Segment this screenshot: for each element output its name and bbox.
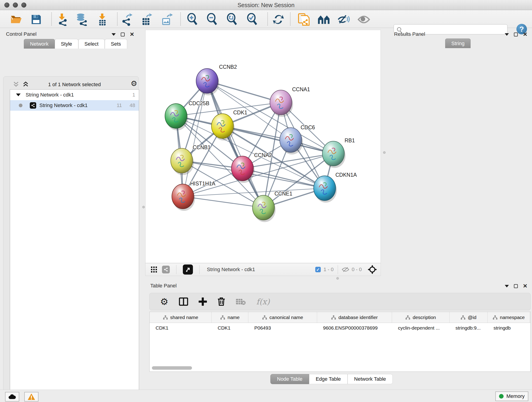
node-label: HIST1H1A [190, 181, 215, 186]
network-node-ccna1[interactable]: CCNA1 [270, 86, 310, 117]
table-cell[interactable]: CDK1 [150, 323, 212, 333]
zoom-selected-icon[interactable] [246, 13, 259, 26]
new-network-from-selection-icon[interactable] [298, 13, 310, 26]
import-table-icon[interactable] [96, 13, 109, 26]
delete-table-icon [236, 298, 246, 305]
save-icon[interactable] [30, 13, 43, 26]
gear-icon[interactable]: ⚙ [131, 80, 137, 87]
table-cell[interactable]: P06493 [248, 323, 317, 333]
close-panel-icon[interactable]: ✕ [523, 32, 527, 37]
column-header-database-identifier[interactable]: database identifier [317, 312, 392, 323]
table-row[interactable]: CDK1CDK1P064939606.ENSP00000378699cyclin… [150, 323, 530, 333]
network-collection-row[interactable]: String Network - cdk1 1 [10, 89, 139, 100]
column-header-namespace[interactable]: namespace [488, 312, 530, 323]
network-graph[interactable]: CCNB2CCNA1CDC25BCDK1CDC6RB1CCNB1CCNA2CDK… [146, 30, 380, 263]
column-header-canonical-name[interactable]: canonical name [248, 312, 317, 323]
export-image-icon[interactable] [160, 13, 173, 26]
refresh-icon[interactable] [272, 13, 285, 26]
tab-style[interactable]: Style [55, 39, 78, 49]
detach-view-icon[interactable] [183, 264, 193, 274]
toolbar-separator [117, 12, 118, 26]
network-edge[interactable] [183, 81, 207, 196]
close-panel-icon[interactable]: ✕ [130, 32, 134, 37]
export-network-icon[interactable] [120, 13, 133, 26]
network-node-cdk1[interactable]: CDK1 [211, 109, 247, 140]
show-all-eye-icon[interactable] [357, 13, 370, 26]
column-type-icon [405, 315, 410, 320]
cloud-button[interactable] [5, 392, 19, 402]
tab-node-table[interactable]: Node Table [270, 374, 309, 384]
table-panel-title: Table Panel [150, 283, 177, 289]
network-node-ccne1[interactable]: CCNE1 [253, 191, 292, 222]
tab-select[interactable]: Select [78, 39, 105, 49]
grid-view-icon[interactable] [151, 267, 157, 273]
close-panel-icon[interactable]: ✕ [523, 283, 527, 289]
table-cell[interactable]: stringdb:9... [450, 323, 488, 333]
network-node-rb1[interactable]: RB1 [322, 138, 355, 168]
column-header-description[interactable]: description [392, 312, 450, 323]
left-splitter-handle[interactable] [142, 206, 145, 208]
table-cell[interactable]: CDK1 [212, 323, 248, 333]
tab-edge-table[interactable]: Edge Table [309, 374, 348, 384]
open-folder-icon[interactable] [10, 13, 22, 26]
create-column-icon[interactable] [199, 298, 207, 306]
table-horizontal-scrollbar[interactable] [152, 366, 192, 370]
window-title: Session: New Session [0, 2, 532, 8]
network-status-dot [19, 104, 22, 107]
network-node-cdkn1a[interactable]: CDKN1A [314, 172, 357, 203]
network-node-cdc6[interactable]: CDC6 [280, 124, 315, 154]
string-view-icon[interactable] [162, 266, 170, 274]
network-name: String Network - cdk1 [39, 102, 88, 108]
node-label: CDKN1A [336, 172, 357, 178]
zoom-out-icon[interactable] [206, 13, 219, 26]
title-bar: Session: New Session [0, 0, 532, 10]
table-cell[interactable]: 9606.ENSP00000378699 [317, 323, 392, 333]
network-node-ccnb2[interactable]: CCNB2 [196, 64, 237, 95]
export-table-icon[interactable] [140, 13, 153, 26]
memory-status-dot [499, 394, 504, 399]
tab-network[interactable]: Network [24, 39, 55, 49]
table-cell[interactable]: stringdb [488, 323, 530, 333]
float-panel-icon[interactable] [514, 32, 518, 36]
selected-checkbox-icon[interactable]: ✓ [315, 267, 321, 272]
first-neighbors-icon[interactable] [317, 13, 330, 26]
network-edge[interactable] [207, 81, 264, 208]
network-row[interactable]: String Network - cdk1 11 48 [10, 100, 139, 111]
horizontal-splitter-handle[interactable] [336, 277, 339, 280]
network-node-ccnb1[interactable]: CCNB1 [171, 144, 210, 175]
table-cell[interactable]: cyclin-dependent ... [392, 323, 450, 333]
float-panel-icon[interactable] [121, 32, 125, 36]
toolbar-separator [180, 12, 181, 26]
network-node-cdc25b[interactable]: CDC25B [165, 100, 209, 130]
network-tab-body: 1 of 1 Network selected ⚙ String Network… [3, 76, 139, 402]
right-splitter-handle[interactable] [383, 151, 386, 154]
tab-string[interactable]: String [445, 38, 471, 48]
collapse-panel-icon[interactable] [112, 33, 116, 36]
tab-sets[interactable]: Sets [105, 39, 127, 49]
import-network-database-icon[interactable] [75, 13, 88, 26]
delete-column-icon[interactable] [217, 297, 225, 306]
float-panel-icon[interactable] [514, 284, 518, 288]
column-header-name[interactable]: name [212, 312, 248, 323]
node-label: CCNA1 [292, 86, 310, 92]
network-node-hist1h1a[interactable]: HIST1H1A [172, 181, 215, 211]
zoom-fit-icon[interactable] [226, 13, 239, 26]
node-label: CCNE1 [274, 191, 292, 197]
network-canvas[interactable]: CCNB2CCNA1CDC25BCDK1CDC6RB1CCNB1CCNA2CDK… [145, 30, 381, 263]
table-settings-gear-icon[interactable]: ⚙ [160, 297, 168, 306]
collection-expand-icon[interactable] [16, 94, 21, 96]
column-header--id[interactable]: @id [450, 312, 488, 323]
column-header-shared-name[interactable]: shared name [150, 312, 212, 323]
zoom-in-icon[interactable] [186, 13, 199, 26]
warning-button[interactable] [24, 392, 38, 402]
results-panel-title: Results Panel [394, 31, 425, 37]
show-columns-icon[interactable] [179, 298, 188, 306]
column-type-icon [262, 315, 267, 320]
hide-selected-eye-icon[interactable] [337, 13, 350, 26]
memory-button[interactable]: Memory [495, 391, 528, 401]
birds-eye-view-icon[interactable] [368, 265, 377, 274]
collapse-panel-icon[interactable] [505, 285, 509, 287]
import-network-icon[interactable] [56, 13, 69, 26]
collapse-panel-icon[interactable] [505, 33, 509, 36]
tab-network-table[interactable]: Network Table [348, 374, 393, 384]
